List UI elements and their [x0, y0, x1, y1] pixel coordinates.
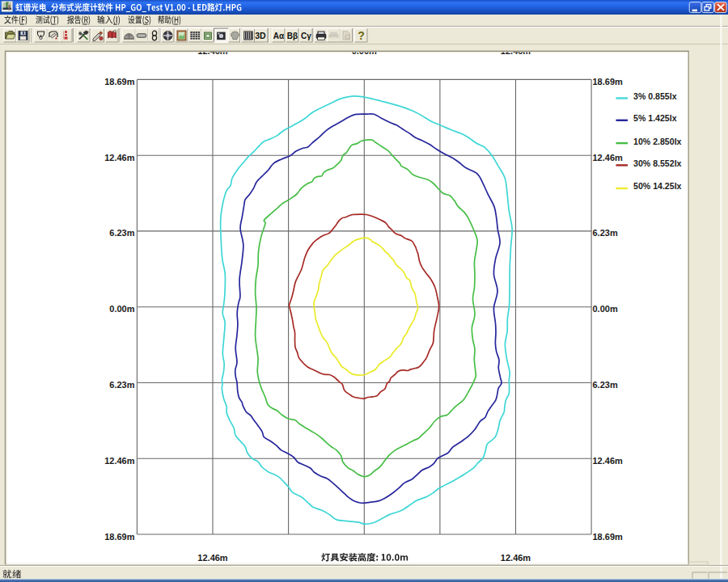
svg-text:6.23m: 6.23m — [593, 380, 618, 390]
svg-text:18.69m: 18.69m — [593, 532, 624, 542]
svg-text:12.46m: 12.46m — [593, 153, 624, 162]
svg-text:5% 1.425lx: 5% 1.425lx — [633, 113, 677, 123]
svg-text:18.69m: 18.69m — [104, 77, 135, 86]
svg-text:6.23m: 6.23m — [109, 228, 134, 238]
svg-text:3% 0.855lx: 3% 0.855lx — [633, 91, 677, 101]
svg-text:12.46m: 12.46m — [593, 456, 624, 466]
svg-text:Bβ: Bβ — [287, 32, 298, 40]
svg-text:12.46m: 12.46m — [197, 553, 228, 563]
svg-text:18.69m: 18.69m — [104, 532, 135, 542]
svg-text:10% 2.850lx: 10% 2.850lx — [633, 137, 682, 146]
svg-text:50% 14.25lx: 50% 14.25lx — [633, 181, 682, 191]
svg-text:30% 8.552lx: 30% 8.552lx — [633, 158, 682, 168]
svg-text:Aα: Aα — [273, 32, 285, 40]
svg-text:?: ? — [358, 29, 365, 42]
svg-text:6.23m: 6.23m — [593, 228, 618, 238]
svg-text:3D: 3D — [255, 31, 266, 40]
svg-text:12.46m: 12.46m — [104, 456, 135, 466]
svg-text:18.69m: 18.69m — [593, 77, 624, 86]
svg-text:0.00m: 0.00m — [109, 304, 134, 314]
svg-text:12.46m: 12.46m — [501, 553, 531, 563]
svg-text:Cγ: Cγ — [301, 32, 311, 40]
svg-text:0.00m: 0.00m — [593, 304, 618, 314]
svg-text:12.46m: 12.46m — [104, 153, 135, 162]
svg-text:6.23m: 6.23m — [109, 380, 134, 390]
